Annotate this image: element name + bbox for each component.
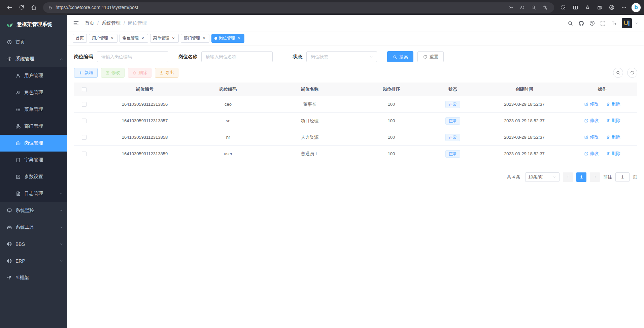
header-search-icon[interactable] — [567, 20, 573, 26]
sidebar-item-erp[interactable]: ERP — [0, 253, 67, 269]
row-edit-link[interactable]: 修改 — [584, 151, 599, 157]
tab-close-icon[interactable]: × — [237, 36, 241, 41]
row-delete-link[interactable]: 删除 — [606, 151, 620, 157]
sidebar-item-system-management[interactable]: 系统管理 — [0, 51, 67, 67]
col-post-name: 岗位名称 — [261, 83, 359, 96]
briefcase-icon — [15, 140, 21, 146]
bing-icon[interactable]: b — [632, 3, 641, 12]
tab-close-icon[interactable]: × — [202, 36, 206, 41]
post-name-input[interactable] — [201, 51, 273, 62]
chevron-down-icon — [59, 192, 63, 196]
row-edit-link[interactable]: 修改 — [584, 118, 599, 124]
cell-post-code: hr — [195, 129, 261, 145]
extensions-icon[interactable] — [557, 2, 569, 13]
active-tab-dot — [214, 37, 217, 40]
sidebar-item-system-tools[interactable]: 系统工具 — [0, 219, 67, 236]
row-delete-link[interactable]: 删除 — [606, 134, 620, 140]
gear-icon — [7, 56, 12, 62]
page-content: 岗位编码 岗位名称 状态 岗位状态 搜索 — [67, 45, 644, 328]
browser-home-button[interactable] — [28, 2, 40, 13]
tab-menu-mgmt[interactable]: 菜单管理 × — [150, 34, 179, 43]
cell-created: 2023-03-29 18:52:37 — [481, 96, 567, 112]
export-button[interactable]: 导出 — [155, 68, 178, 78]
collections-icon[interactable] — [594, 2, 605, 13]
sidebar-item-dict-mgmt[interactable]: 字典管理 — [0, 152, 67, 168]
toggle-search-button[interactable] — [613, 68, 623, 78]
sidebar-item-system-monitor[interactable]: 系统监控 — [0, 202, 67, 219]
breadcrumb-home[interactable]: 首页 — [85, 20, 94, 26]
browser-refresh-button[interactable] — [15, 2, 28, 13]
tab-home[interactable]: 首页 — [73, 34, 87, 43]
zoom-icon[interactable] — [529, 3, 538, 12]
github-icon[interactable] — [578, 20, 584, 27]
breadcrumb-system[interactable]: 系统管理 — [102, 20, 121, 26]
sidebar-item-menu-mgmt[interactable]: 菜单管理 — [0, 101, 67, 118]
goto-label: 前往 — [603, 174, 612, 180]
more-menu-icon[interactable] — [618, 2, 630, 13]
table-header-row: 岗位编号 岗位编码 岗位名称 岗位排序 状态 创建时间 操作 — [74, 83, 637, 96]
tab-user-mgmt[interactable]: 用户管理 × — [89, 34, 117, 43]
row-checkbox[interactable] — [82, 152, 87, 156]
browser-back-button[interactable] — [3, 2, 15, 13]
search-button[interactable]: 搜索 — [387, 51, 413, 62]
cell-post-id: 1641030593112313858 — [94, 129, 195, 145]
fullscreen-icon[interactable] — [600, 20, 606, 26]
row-edit-link[interactable]: 修改 — [584, 101, 599, 107]
cell-post-name: 人力资源 — [261, 129, 359, 145]
post-code-input[interactable] — [97, 51, 168, 62]
delete-button[interactable]: 删除 — [128, 68, 151, 78]
row-checkbox[interactable] — [82, 119, 87, 123]
sidebar-item-bbs[interactable]: BBS — [0, 236, 67, 253]
browser-profile-icon[interactable] — [606, 2, 617, 13]
row-delete-link[interactable]: 删除 — [606, 118, 620, 124]
favorites-hub-icon[interactable] — [582, 2, 593, 13]
row-delete-link[interactable]: 删除 — [606, 101, 620, 107]
sidebar-item-yi-framework[interactable]: Yi框架 — [0, 269, 67, 286]
status-select[interactable]: 岗位状态 — [306, 51, 377, 62]
password-key-icon[interactable] — [506, 3, 515, 12]
tab-close-icon[interactable]: × — [140, 36, 145, 41]
row-checkbox[interactable] — [82, 135, 87, 140]
favorite-star-icon[interactable] — [541, 3, 549, 12]
add-button[interactable]: 新增 — [74, 68, 98, 78]
page-number-button[interactable]: 1 — [576, 172, 586, 182]
row-checkbox[interactable] — [82, 102, 87, 107]
user-avatar[interactable] — [622, 18, 632, 28]
tab-close-icon[interactable]: × — [110, 36, 114, 41]
avatar-caret-icon[interactable] — [635, 21, 639, 25]
read-aloud-icon[interactable] — [518, 3, 527, 12]
sidebar-item-user-mgmt[interactable]: 用户管理 — [0, 67, 67, 84]
url-text: https://ccnetcore.com:1101/system/post — [56, 5, 138, 10]
table-row: 1641030593112313857 se 项目经理 100 正常 2023-… — [74, 112, 637, 129]
tab-close-icon[interactable]: × — [171, 36, 176, 41]
sidebar-item-role-mgmt[interactable]: 角色管理 — [0, 84, 67, 101]
post-name-label: 岗位名称 — [178, 54, 197, 60]
refresh-table-button[interactable] — [627, 68, 637, 78]
goto-page-input[interactable] — [615, 172, 630, 182]
sidebar-item-param-settings[interactable]: 参数设置 — [0, 168, 67, 185]
lock-icon — [48, 5, 53, 10]
edit-button[interactable]: 修改 — [101, 68, 125, 78]
row-edit-link[interactable]: 修改 — [584, 134, 599, 140]
sidebar-item-post-mgmt[interactable]: 岗位管理 — [0, 135, 67, 152]
sidebar-item-dept-mgmt[interactable]: 部门管理 — [0, 118, 67, 135]
font-size-icon[interactable] — [611, 20, 617, 27]
sidebar-item-log-mgmt[interactable]: 日志管理 — [0, 185, 67, 202]
tab-post-mgmt[interactable]: 岗位管理 × — [211, 34, 244, 43]
tab-role-mgmt[interactable]: 角色管理 × — [120, 34, 148, 43]
page-size-select[interactable]: 10条/页 — [525, 172, 560, 182]
select-all-checkbox[interactable] — [82, 87, 87, 92]
help-icon[interactable] — [589, 20, 595, 26]
tab-dept-mgmt[interactable]: 部门管理 × — [181, 34, 209, 43]
split-screen-icon[interactable] — [570, 2, 581, 13]
address-bar[interactable]: https://ccnetcore.com:1101/system/post — [43, 2, 554, 13]
reset-button[interactable]: 重置 — [417, 51, 444, 62]
header-actions — [567, 18, 639, 28]
prev-page-button[interactable] — [563, 172, 573, 182]
sidebar-item-home[interactable]: 首页 — [0, 34, 67, 51]
trash-icon — [606, 135, 610, 139]
system-submenu: 用户管理 角色管理 菜单管理 部门管理 — [0, 67, 67, 202]
toolbox-icon — [7, 225, 12, 230]
next-page-button[interactable] — [590, 172, 600, 182]
sidebar-collapse-icon[interactable] — [73, 20, 79, 27]
